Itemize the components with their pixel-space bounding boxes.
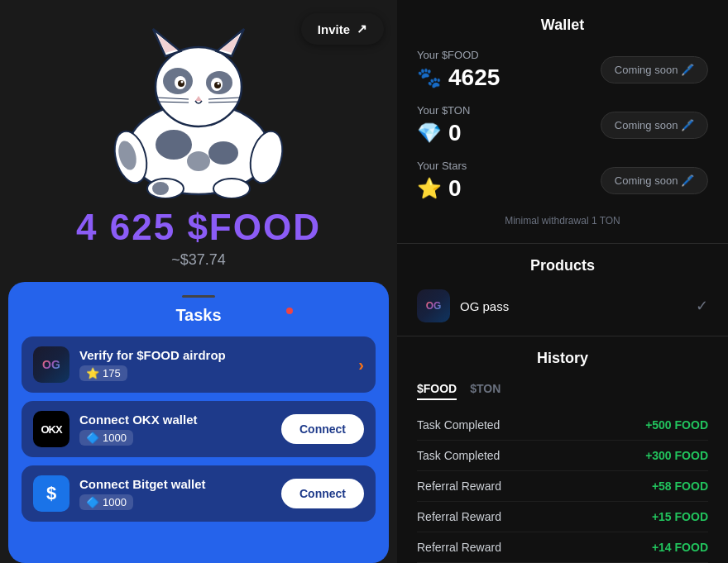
history-label-0: Task Completed <box>417 418 500 432</box>
history-label-2: Referral Reward <box>417 480 501 493</box>
invite-button[interactable]: Invite ↗ <box>301 13 384 45</box>
wallet-food-group: Your $FOOD 🐾 4625 <box>417 49 500 91</box>
task-reward-badge-bitget: 🔷 1000 <box>79 494 133 510</box>
products-title: Products <box>417 257 708 274</box>
product-name-og: OG pass <box>460 299 509 313</box>
right-panel: Wallet Your $FOOD 🐾 4625 Coming soon 🖊️ … <box>397 0 728 563</box>
svg-point-3 <box>187 151 210 171</box>
task-info-bitget: Connect Bitget wallet 🔷 1000 <box>79 477 271 510</box>
history-label-1: Task Completed <box>417 449 500 462</box>
food-icon: 🐾 <box>417 66 442 89</box>
task-title-okx: Connect OKX wallet <box>79 413 271 427</box>
history-section: History $FOOD $TON Task Completed +500 F… <box>397 336 728 563</box>
cat-illustration <box>74 8 323 207</box>
task-icon-og: OG <box>33 346 69 383</box>
task-icon-bitget: $ <box>33 475 69 512</box>
tasks-card: Tasks OG Verify for $FOOD airdrop ⭐ 175 … <box>8 282 389 563</box>
svg-point-1 <box>156 130 192 160</box>
task-title-bitget: Connect Bitget wallet <box>79 477 271 491</box>
history-item-0: Task Completed +500 FOOD <box>417 410 708 441</box>
task-item-okx[interactable]: OKX Connect OKX wallet 🔷 1000 Connect <box>22 401 376 457</box>
history-amount-1: +300 FOOD <box>645 449 708 462</box>
wallet-ton-group: Your $TON 💎 0 <box>417 104 470 146</box>
history-tab-food[interactable]: $FOOD <box>417 382 457 400</box>
wallet-row-stars: Your Stars ⭐ 0 Coming soon 🖊️ <box>417 160 708 202</box>
history-item-2: Referral Reward +58 FOOD <box>417 471 708 502</box>
check-icon: ✓ <box>696 297 708 315</box>
wallet-section: Wallet Your $FOOD 🐾 4625 Coming soon 🖊️ … <box>397 0 728 244</box>
wallet-title: Wallet <box>417 17 708 34</box>
stars-value: ⭐ 0 <box>417 175 467 202</box>
task-reward-okx: 🔷 1000 <box>79 430 271 446</box>
tasks-divider <box>182 295 215 298</box>
coming-soon-food-button[interactable]: Coming soon 🖊️ <box>601 56 708 83</box>
task-reward-badge: ⭐ 175 <box>79 365 127 381</box>
stars-icon: ⭐ <box>417 177 442 200</box>
task-reward-badge-okx: 🔷 1000 <box>79 430 133 446</box>
task-reward-verify: ⭐ 175 <box>79 365 348 381</box>
history-amount-3: +15 FOOD <box>652 510 708 523</box>
ton-label: Your $TON <box>417 104 470 117</box>
task-reward-bitget: 🔷 1000 <box>79 494 271 510</box>
history-item-3: Referral Reward +15 FOOD <box>417 502 708 532</box>
wallet-row-food: Your $FOOD 🐾 4625 Coming soon 🖊️ <box>417 49 708 91</box>
food-amount: 4 625 $FOOD <box>76 207 321 248</box>
usd-amount: ~$37.74 <box>171 251 226 269</box>
history-tabs: $FOOD $TON <box>417 382 708 400</box>
connect-okx-button[interactable]: Connect <box>281 414 364 444</box>
food-value: 🐾 4625 <box>417 64 500 91</box>
task-info-okx: Connect OKX wallet 🔷 1000 <box>79 413 271 446</box>
task-title-verify: Verify for $FOOD airdrop <box>79 348 348 362</box>
history-label-3: Referral Reward <box>417 510 501 523</box>
stars-label: Your Stars <box>417 160 467 172</box>
left-panel: Invite ↗ <box>0 0 397 563</box>
ton-icon: 💎 <box>417 122 442 145</box>
task-item-bitget[interactable]: $ Connect Bitget wallet 🔷 1000 Connect <box>22 465 376 522</box>
ton-value: 💎 0 <box>417 120 470 146</box>
svg-point-23 <box>213 179 250 198</box>
food-currency: $FOOD <box>187 207 321 247</box>
product-item-og: OG OG pass ✓ <box>417 289 708 322</box>
svg-point-13 <box>181 81 184 83</box>
wallet-row-ton: Your $TON 💎 0 Coming soon 🖊️ <box>417 104 708 146</box>
svg-point-16 <box>218 83 220 85</box>
products-section: Products OG OG pass ✓ <box>397 244 728 336</box>
invite-label: Invite <box>318 22 350 36</box>
task-item-verify[interactable]: OG Verify for $FOOD airdrop ⭐ 175 › <box>22 336 376 393</box>
history-amount-0: +500 FOOD <box>645 418 708 432</box>
history-amount-2: +58 FOOD <box>652 480 708 493</box>
history-label-4: Referral Reward <box>417 541 501 554</box>
product-left: OG OG pass <box>417 289 509 322</box>
history-tab-ton[interactable]: $TON <box>470 382 500 400</box>
svg-point-2 <box>208 141 238 165</box>
svg-point-24 <box>152 182 169 195</box>
withdrawal-note: Minimal withdrawal 1 TON <box>417 215 708 227</box>
history-item-4: Referral Reward +14 FOOD <box>417 532 708 563</box>
coming-soon-ton-button[interactable]: Coming soon 🖊️ <box>601 112 708 139</box>
wallet-stars-group: Your Stars ⭐ 0 <box>417 160 467 202</box>
task-info-verify: Verify for $FOOD airdrop ⭐ 175 <box>79 348 348 381</box>
history-amount-4: +14 FOOD <box>652 541 708 554</box>
share-icon: ↗ <box>357 21 367 36</box>
history-item-1: Task Completed +300 FOOD <box>417 441 708 471</box>
connect-bitget-button[interactable]: Connect <box>281 479 364 508</box>
task-icon-okx: OKX <box>33 411 69 447</box>
task-arrow-verify: › <box>358 355 364 375</box>
tasks-header: Tasks <box>22 306 376 325</box>
tasks-notification-dot <box>286 308 293 314</box>
history-title: History <box>417 350 708 367</box>
product-icon-og: OG <box>417 289 450 322</box>
coming-soon-stars-button[interactable]: Coming soon 🖊️ <box>601 167 708 194</box>
food-label: Your $FOOD <box>417 49 500 61</box>
